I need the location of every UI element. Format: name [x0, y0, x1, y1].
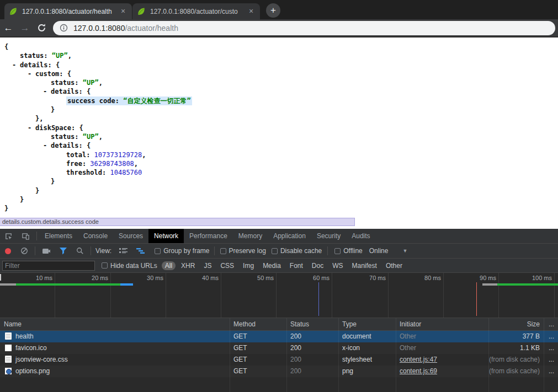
large-rows-icon[interactable] — [115, 248, 132, 254]
devtools-tab-audits[interactable]: Audits — [346, 229, 375, 243]
request-initiator: Other — [396, 331, 488, 342]
record-button[interactable] — [5, 248, 11, 254]
collapse-toggle[interactable]: - — [43, 141, 51, 150]
filter-pill-doc[interactable]: Doc — [309, 261, 327, 270]
column-header-[interactable]: ... — [544, 319, 558, 330]
json-line: status: “UP”, — [0, 132, 558, 141]
column-header-name[interactable]: Name — [0, 319, 230, 330]
overview-waterfall-bar — [0, 283, 16, 286]
resource-type-icon — [5, 356, 12, 363]
column-divider — [286, 318, 287, 392]
info-icon[interactable] — [60, 24, 68, 32]
network-request-row[interactable]: favicon.icoGET200x-iconOther1.1 KB... — [0, 342, 558, 354]
divider — [36, 232, 37, 240]
hide-data-urls-label: Hide data URLs — [110, 262, 157, 270]
filter-pill-all[interactable]: All — [162, 261, 176, 270]
initiator-link[interactable]: content.js:47 — [400, 356, 437, 363]
devtools-tab-network[interactable]: Network — [148, 229, 184, 243]
chevron-down-icon[interactable]: ▼ — [402, 248, 407, 254]
json-line: } — [0, 204, 558, 213]
network-overview-timeline[interactable]: 10 ms20 ms30 ms40 ms50 ms60 ms70 ms80 ms… — [0, 273, 558, 318]
column-header-status[interactable]: Status — [286, 319, 338, 330]
back-button[interactable]: ← — [0, 23, 17, 34]
request-method: GET — [230, 331, 286, 342]
filter-pill-manifest[interactable]: Manifest — [349, 261, 380, 270]
column-header-initiator[interactable]: Initiator — [396, 319, 488, 330]
collapse-toggle[interactable]: - — [28, 123, 35, 132]
json-line: -custom: { — [0, 69, 558, 78]
network-request-table: NameMethodStatusTypeInitiatorSize... hea… — [0, 318, 558, 392]
filter-icon[interactable] — [55, 248, 72, 255]
forward-button[interactable]: → — [17, 23, 33, 34]
resource-type-icon — [5, 368, 12, 374]
devtools-tab-sources[interactable]: Sources — [113, 229, 148, 243]
filter-pill-css[interactable]: CSS — [217, 261, 237, 270]
filter-pill-xhr[interactable]: XHR — [178, 261, 198, 270]
offline-checkbox[interactable] — [334, 248, 341, 254]
inspect-element-icon[interactable] — [0, 232, 17, 240]
devtools-tab-security[interactable]: Security — [311, 229, 346, 243]
network-request-row[interactable]: healthGET200documentOther377 B... — [0, 331, 558, 342]
filter-pill-font[interactable]: Font — [286, 261, 306, 270]
devtools-tab-memory[interactable]: Memory — [233, 229, 268, 243]
filter-pill-img[interactable]: Img — [240, 261, 257, 270]
overview-waterfall-bar — [482, 283, 497, 286]
screenshot-icon[interactable] — [38, 248, 55, 255]
tab-close-icon[interactable]: × — [119, 7, 127, 16]
timeline-gridline — [388, 273, 389, 318]
timeline-tick-label: 50 ms — [257, 275, 276, 281]
json-line: threshold: 10485760 — [0, 168, 558, 177]
json-line: { — [0, 42, 558, 51]
request-method: GET — [230, 342, 286, 354]
devtools-tab-performance[interactable]: Performance — [184, 229, 233, 243]
timeline-gridline — [276, 273, 277, 318]
new-tab-button[interactable]: + — [266, 3, 280, 18]
timeline-tick-label: 30 ms — [147, 275, 166, 281]
tab-close-icon[interactable]: × — [247, 7, 256, 16]
devtools-tabbar: ElementsConsoleSourcesNetworkPerformance… — [0, 229, 558, 244]
throttling-select[interactable]: Online — [369, 247, 389, 255]
request-waterfall: ... — [544, 331, 558, 342]
browser-tab-custom[interactable]: 127.0.0.1:8080/actuator/custo × — [132, 3, 260, 19]
overview-waterfall-bar — [497, 283, 558, 286]
browser-tab-health[interactable]: 127.0.0.1:8080/actuator/health × — [4, 3, 132, 19]
column-header-type[interactable]: Type — [338, 319, 396, 330]
divider — [327, 246, 328, 255]
network-request-row[interactable]: options.pngGET200pngcontent.js:69(from d… — [0, 366, 558, 377]
disable-cache-checkbox[interactable] — [272, 248, 278, 254]
request-size: (from disk cache) — [488, 354, 544, 366]
network-request-row[interactable]: jsonview-core.cssGET200stylesheetcontent… — [0, 354, 558, 366]
spring-leaf-favicon — [9, 7, 18, 16]
column-header-method[interactable]: Method — [230, 319, 286, 330]
group-by-frame-label: Group by frame — [163, 247, 209, 255]
group-by-frame-checkbox[interactable] — [155, 248, 161, 254]
spring-leaf-favicon — [137, 7, 146, 16]
devtools-tab-console[interactable]: Console — [78, 229, 113, 243]
filter-pill-media[interactable]: Media — [259, 261, 284, 270]
reload-button[interactable] — [33, 23, 50, 33]
tab-title: 127.0.0.1:8080/actuator/custo — [150, 8, 247, 15]
collapse-toggle[interactable]: - — [43, 87, 51, 96]
device-toolbar-icon[interactable] — [17, 232, 34, 240]
collapse-toggle[interactable]: - — [28, 69, 35, 78]
filter-pill-js[interactable]: JS — [200, 261, 215, 270]
url-bar[interactable]: 127.0.0.1:8080/actuator/health — [53, 21, 555, 35]
filter-input[interactable] — [2, 261, 95, 271]
browser-window: 127.0.0.1:8080/actuator/health × 127.0.0… — [0, 0, 558, 392]
column-divider — [338, 318, 339, 392]
disable-cache-label: Disable cache — [280, 247, 322, 255]
column-header-size[interactable]: Size — [488, 319, 544, 330]
timeline-origin-tick — [0, 274, 1, 281]
filter-pill-ws[interactable]: WS — [329, 261, 346, 270]
clear-icon[interactable] — [16, 247, 33, 255]
devtools-tab-elements[interactable]: Elements — [39, 229, 78, 243]
request-status: 200 — [286, 342, 338, 354]
initiator-link[interactable]: content.js:69 — [400, 367, 437, 375]
devtools-tab-application[interactable]: Application — [268, 229, 311, 243]
preserve-log-checkbox[interactable] — [220, 248, 226, 254]
search-icon[interactable] — [72, 247, 88, 255]
collapse-toggle[interactable]: - — [12, 61, 20, 69]
hide-data-urls-checkbox[interactable] — [102, 262, 108, 269]
show-overview-icon[interactable] — [132, 248, 149, 254]
filter-pill-other[interactable]: Other — [382, 261, 406, 270]
